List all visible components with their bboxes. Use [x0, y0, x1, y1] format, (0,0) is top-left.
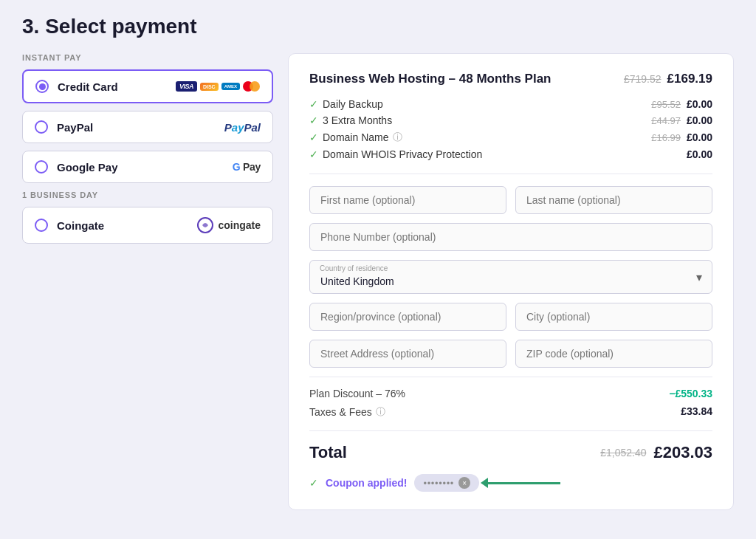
google-pay-label: Google Pay: [57, 161, 224, 174]
credit-card-radio: [35, 80, 49, 93]
country-wrap: Country of residence United Kingdom Unit…: [309, 260, 712, 294]
order-price-current: £169.19: [667, 72, 712, 86]
coupon-remove-button[interactable]: ×: [458, 477, 470, 489]
total-original: £1,052.40: [600, 447, 646, 459]
city-input[interactable]: [515, 303, 712, 331]
total-prices: £1,052.40 £203.03: [600, 443, 712, 462]
region-city-row: [309, 303, 712, 331]
item-label-backup: Daily Backup: [323, 98, 383, 110]
pricing-summary: Plan Discount – 76% −£550.33 Taxes & Fee…: [309, 377, 712, 419]
last-name-input[interactable]: [515, 186, 712, 214]
order-item-whois: ✓ Domain WHOIS Privacy Protection £0.00: [309, 148, 712, 160]
coingate-radio: [35, 219, 48, 232]
order-price-group: £719.52 £169.19: [624, 72, 712, 86]
address-zip-row: [309, 340, 712, 368]
order-items: ✓ Daily Backup £95.52 £0.00 ✓ 3 Extra Mo…: [309, 98, 712, 174]
paypal-option[interactable]: PayPal PayPal: [22, 111, 273, 143]
country-label: Country of residence: [320, 264, 388, 272]
google-pay-option[interactable]: Google Pay G Pay: [22, 151, 273, 183]
region-input[interactable]: [309, 303, 506, 331]
taxes-value: £33.84: [681, 405, 712, 419]
discount-label: Plan Discount – 76%: [309, 388, 405, 399]
coupon-badge: •••••••• ×: [414, 474, 479, 492]
coupon-arrow: [487, 482, 560, 484]
first-name-input[interactable]: [309, 186, 506, 214]
credit-card-label: Credit Card: [58, 80, 167, 93]
instant-pay-label: INSTANT PAY: [22, 53, 273, 62]
check-icon-whois: ✓: [309, 148, 318, 160]
visa-logo: VISA: [176, 81, 197, 92]
coupon-check-icon: ✓: [309, 477, 318, 489]
paypal-radio: [35, 120, 48, 134]
google-pay-logo: G Pay: [233, 161, 261, 173]
order-item-months: ✓ 3 Extra Months £44.97 £0.00: [309, 114, 712, 126]
order-item-domain: ✓ Domain Name ⓘ £16.99 £0.00: [309, 131, 712, 144]
coingate-logo: coingate: [196, 216, 261, 234]
business-day-label: 1 BUSINESS DAY: [22, 190, 273, 199]
item-label-months: 3 Extra Months: [323, 114, 392, 126]
item-label-whois: Domain WHOIS Privacy Protection: [323, 148, 482, 160]
paypal-label: PayPal: [57, 121, 216, 134]
name-row: [309, 186, 712, 214]
taxes-row: Taxes & Fees ⓘ £33.84: [309, 405, 712, 419]
coingate-option[interactable]: Coingate coingate: [22, 207, 273, 244]
item-orig-months: £44.97: [651, 115, 681, 126]
item-label-domain: Domain Name: [323, 131, 388, 143]
coupon-label: Coupon applied!: [326, 477, 407, 489]
credit-card-option[interactable]: Credit Card VISA DISC AMEX: [22, 69, 273, 103]
paypal-logo: PayPal: [224, 121, 261, 134]
zip-input[interactable]: [515, 340, 712, 368]
google-pay-radio: [35, 160, 48, 174]
discover-logo: DISC: [200, 83, 219, 91]
coingate-label: Coingate: [57, 219, 188, 232]
item-orig-backup: £95.52: [651, 99, 681, 110]
item-curr-backup: £0.00: [687, 98, 712, 110]
total-label: Total: [309, 443, 347, 462]
taxes-label: Taxes & Fees ⓘ: [309, 405, 385, 419]
phone-input[interactable]: [309, 223, 712, 251]
check-icon-domain: ✓: [309, 131, 318, 143]
coupon-row: ✓ Coupon applied! •••••••• ×: [309, 474, 712, 492]
item-curr-whois: £0.00: [687, 148, 712, 160]
phone-row: [309, 223, 712, 251]
amex-logo: AMEX: [221, 83, 240, 90]
street-input[interactable]: [309, 340, 506, 368]
domain-info-icon[interactable]: ⓘ: [393, 131, 402, 144]
discount-value: −£550.33: [669, 388, 712, 399]
coingate-icon: [196, 216, 214, 234]
order-price-original: £719.52: [624, 73, 662, 85]
coupon-code: ••••••••: [423, 478, 454, 489]
check-icon-backup: ✓: [309, 98, 318, 110]
total-current: £203.03: [653, 443, 712, 462]
check-icon-months: ✓: [309, 114, 318, 126]
page-title: 3. Select payment: [22, 15, 734, 38]
order-header: Business Web Hosting – 48 Months Plan £7…: [309, 72, 712, 86]
discount-row: Plan Discount – 76% −£550.33: [309, 388, 712, 399]
card-logos: VISA DISC AMEX: [176, 81, 260, 92]
mastercard-logo: [243, 81, 260, 92]
item-curr-months: £0.00: [687, 114, 712, 126]
taxes-info-icon[interactable]: ⓘ: [376, 405, 385, 419]
item-curr-domain: £0.00: [687, 131, 712, 143]
item-orig-domain: £16.99: [651, 132, 681, 143]
order-title: Business Web Hosting – 48 Months Plan: [309, 72, 551, 86]
total-row: Total £1,052.40 £203.03: [309, 430, 712, 462]
payment-panel: INSTANT PAY Credit Card VISA DISC AMEX P…: [22, 53, 273, 251]
order-panel: Business Web Hosting – 48 Months Plan £7…: [288, 53, 734, 510]
order-item-backup: ✓ Daily Backup £95.52 £0.00: [309, 98, 712, 110]
